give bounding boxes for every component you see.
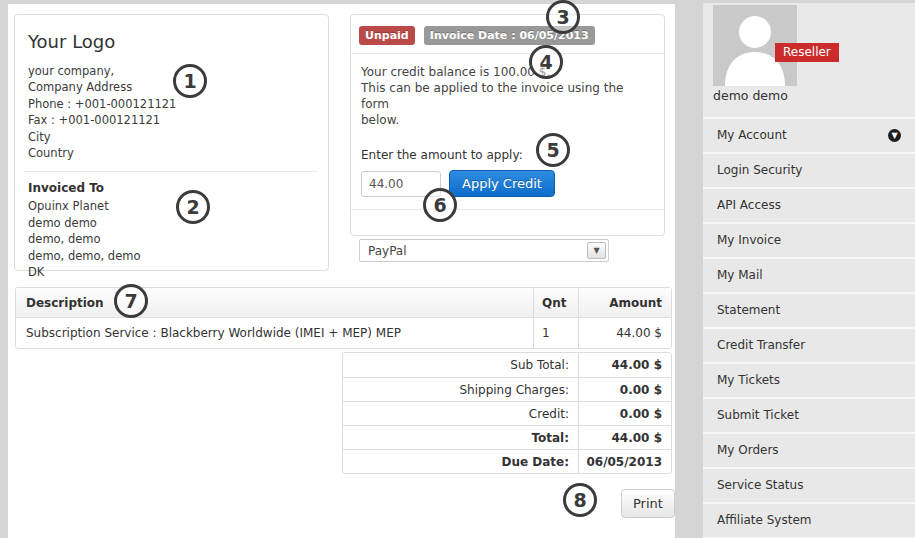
sidebar-item-label: Service Status: [717, 478, 803, 492]
header-description: Description: [16, 296, 533, 310]
sidebar-item-label: Affiliate System: [717, 513, 811, 527]
sidebar-item-affiliate-system[interactable]: Affiliate System: [703, 502, 915, 537]
sidebar-item-my-mail[interactable]: My Mail: [703, 257, 915, 292]
sidebar-item-label: Statement: [717, 303, 780, 317]
apply-credit-row: Apply Credit: [361, 170, 654, 197]
sidebar-item-service-status[interactable]: Service Status: [703, 467, 915, 502]
account-sidebar: Reseller demo demo My Account ▼ Login Se…: [703, 3, 915, 538]
profile-block: Reseller demo demo: [703, 3, 915, 117]
sidebar-item-api-access[interactable]: API Access: [703, 187, 915, 222]
sidebar-item-login-security[interactable]: Login Security: [703, 152, 915, 187]
company-info-box: Your Logo your company, Company Address …: [14, 14, 329, 271]
print-button[interactable]: Print: [621, 489, 675, 518]
sidebar-item-label: Submit Ticket: [717, 408, 799, 422]
apply-amount-label: Enter the amount to apply:: [361, 147, 654, 163]
invoice-status-row: Unpaid Invoice Date : 06/05/2013: [351, 15, 664, 54]
invoiced-to-details: Opuinx Planet demo demo demo, demo demo,…: [28, 198, 315, 280]
sidebar-item-label: Credit Transfer: [717, 338, 805, 352]
payment-method-row: PayPal ▼: [351, 209, 664, 272]
invoice-page: Your Logo your company, Company Address …: [0, 0, 915, 538]
annotation-circle-1: 1: [173, 64, 207, 98]
item-qnt: 1: [533, 318, 578, 348]
invoice-main-panel: Your Logo your company, Company Address …: [8, 4, 675, 538]
apply-credit-button[interactable]: Apply Credit: [449, 170, 555, 197]
address-line: your company,: [28, 63, 315, 79]
annotation-circle-8: 8: [563, 483, 597, 517]
table-row: Subscription Service : Blackberry Worldw…: [16, 318, 671, 348]
unpaid-status-badge: Unpaid: [359, 26, 415, 45]
annotation-circle-3: 3: [546, 0, 580, 34]
due-date-row: Due Date: 06/05/2013: [343, 449, 671, 473]
invoiced-to-line: demo, demo: [28, 231, 315, 247]
address-line: Country: [28, 145, 315, 161]
subtotal-label: Sub Total:: [343, 358, 578, 372]
sidebar-item-label: My Mail: [717, 268, 763, 282]
annotation-circle-5: 5: [536, 133, 570, 167]
payment-method-value: PayPal: [368, 244, 407, 258]
shipping-row: Shipping Charges: 0.00 $: [343, 377, 671, 401]
invoiced-to-line: demo, demo, demo: [28, 248, 315, 264]
header-qnt: Qnt: [533, 288, 578, 317]
shipping-label: Shipping Charges:: [343, 383, 578, 397]
credit-label: Credit:: [343, 407, 578, 421]
annotation-circle-6: 6: [423, 188, 457, 222]
sidebar-item-my-tickets[interactable]: My Tickets: [703, 362, 915, 397]
company-logo-text: Your Logo: [28, 31, 315, 52]
due-date-value: 06/05/2013: [578, 450, 671, 473]
credit-value: 0.00 $: [578, 402, 671, 425]
credit-balance-line: below.: [361, 112, 654, 128]
sidebar-item-my-account[interactable]: My Account ▼: [703, 117, 915, 152]
annotation-circle-2: 2: [176, 190, 210, 224]
credit-balance-section: Your credit balance is 100.00 $. This ca…: [351, 54, 664, 209]
credit-row: Credit: 0.00 $: [343, 401, 671, 425]
address-line: City: [28, 129, 315, 145]
divider: [25, 171, 318, 172]
sidebar-item-label: My Tickets: [717, 373, 780, 387]
payment-method-select[interactable]: PayPal ▼: [359, 239, 609, 262]
subtotal-row: Sub Total: 44.00 $: [343, 353, 671, 377]
annotation-circle-4: 4: [529, 45, 563, 79]
sidebar-item-label: My Invoice: [717, 233, 781, 247]
circle-arrow-down-icon[interactable]: ▼: [888, 129, 901, 142]
item-amount: 44.00 $: [578, 318, 671, 348]
sidebar-item-label: My Account: [717, 128, 787, 142]
company-address: your company, Company Address Phone : +0…: [28, 63, 315, 161]
chevron-down-icon[interactable]: ▼: [587, 242, 606, 259]
credit-balance-line: This can be applied to the invoice using…: [361, 80, 654, 112]
header-amount: Amount: [578, 288, 671, 317]
total-value: 44.00 $: [578, 426, 671, 449]
invoice-totals-table: Sub Total: 44.00 $ Shipping Charges: 0.0…: [342, 352, 672, 474]
invoiced-to-line: demo demo: [28, 215, 315, 231]
invoiced-to-heading: Invoiced To: [28, 181, 315, 195]
sidebar-item-label: My Orders: [717, 443, 779, 457]
subtotal-value: 44.00 $: [578, 353, 671, 377]
total-row: Total: 44.00 $: [343, 425, 671, 449]
annotation-circle-7: 7: [114, 284, 148, 318]
invoiced-to-line: Opuinx Planet: [28, 198, 315, 214]
invoiced-to-line: DK: [28, 264, 315, 280]
due-date-label: Due Date:: [343, 455, 578, 469]
sidebar-item-submit-ticket[interactable]: Submit Ticket: [703, 397, 915, 432]
sidebar-item-label: API Access: [717, 198, 781, 212]
sidebar-item-label: Login Security: [717, 163, 802, 177]
address-line: Phone : +001-000121121: [28, 96, 315, 112]
reseller-badge: Reseller: [775, 43, 839, 62]
sidebar-item-statement[interactable]: Statement: [703, 292, 915, 327]
credit-balance-line: Your credit balance is 100.00 $.: [361, 64, 654, 80]
address-line: Company Address: [28, 79, 315, 95]
address-line: Fax : +001-000121121: [28, 112, 315, 128]
shipping-value: 0.00 $: [578, 378, 671, 401]
user-name: demo demo: [713, 88, 788, 103]
sidebar-item-my-orders[interactable]: My Orders: [703, 432, 915, 467]
total-label: Total:: [343, 431, 578, 445]
credit-payment-box: Unpaid Invoice Date : 06/05/2013 Your cr…: [350, 14, 665, 236]
sidebar-item-my-invoice[interactable]: My Invoice: [703, 222, 915, 257]
item-description: Subscription Service : Blackberry Worldw…: [16, 326, 533, 340]
sidebar-item-credit-transfer[interactable]: Credit Transfer: [703, 327, 915, 362]
